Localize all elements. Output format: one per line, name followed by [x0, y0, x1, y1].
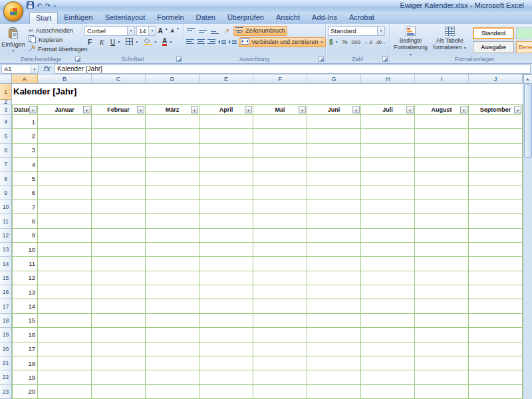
cell[interactable]	[415, 200, 469, 214]
cell[interactable]	[38, 385, 92, 399]
column-header-a[interactable]: A	[12, 74, 38, 84]
cell[interactable]	[307, 172, 361, 186]
cell[interactable]	[307, 200, 361, 214]
cell[interactable]	[361, 299, 415, 313]
decrease-indent-button[interactable]	[217, 37, 227, 47]
table-header-mrz[interactable]: März▼	[146, 104, 200, 115]
column-header-d[interactable]: D	[146, 74, 200, 84]
date-cell[interactable]: 10	[12, 243, 38, 257]
name-box[interactable]: A1 ▼	[1, 65, 39, 74]
cell[interactable]	[469, 356, 523, 370]
cell[interactable]	[469, 115, 523, 129]
align-middle-button[interactable]	[198, 26, 208, 36]
tab-einfgen[interactable]: Einfügen	[58, 12, 98, 23]
cell[interactable]	[361, 328, 415, 342]
cell[interactable]	[307, 314, 361, 328]
cell[interactable]	[92, 370, 146, 384]
cell[interactable]	[361, 115, 415, 129]
cell[interactable]	[307, 243, 361, 257]
vertical-scrollbar[interactable]: ▲	[523, 74, 532, 399]
filter-button[interactable]: ▼	[191, 106, 198, 114]
cell[interactable]	[200, 100, 253, 104]
style-standard[interactable]: Standard	[473, 27, 514, 39]
row-header-10[interactable]: 10	[0, 200, 12, 214]
cell[interactable]	[200, 370, 253, 384]
cell[interactable]	[253, 342, 307, 356]
cell[interactable]	[146, 115, 200, 129]
cell[interactable]	[307, 229, 361, 243]
date-cell[interactable]: 16	[12, 328, 38, 342]
grow-font-button[interactable]: A▲	[158, 26, 168, 36]
align-bottom-button[interactable]	[209, 26, 220, 36]
table-header-april[interactable]: April▼	[200, 104, 253, 115]
save-icon[interactable]	[27, 1, 34, 11]
cell[interactable]	[469, 257, 523, 271]
tab-ansicht[interactable]: Ansicht	[270, 12, 306, 23]
cell[interactable]	[307, 385, 361, 399]
copy-button[interactable]: Kopieren	[27, 35, 90, 44]
filter-button[interactable]: ▼	[29, 106, 37, 114]
font-size-combo[interactable]: 14 ▼	[136, 26, 156, 36]
cell[interactable]	[92, 115, 146, 129]
cell[interactable]	[92, 129, 146, 143]
cell[interactable]	[361, 370, 415, 384]
redo-icon[interactable]: ↷	[45, 2, 50, 10]
date-cell[interactable]: 11	[12, 257, 38, 271]
date-cell[interactable]: 12	[12, 271, 38, 285]
cell[interactable]	[146, 100, 200, 104]
cell[interactable]	[38, 214, 92, 228]
cell[interactable]	[200, 129, 253, 143]
cell[interactable]	[361, 229, 415, 243]
table-header-datum[interactable]: Datum▼	[12, 104, 38, 115]
cell[interactable]	[146, 285, 200, 299]
cell[interactable]	[200, 243, 253, 257]
wrap-text-button[interactable]: Zeilenumbruch	[233, 26, 287, 36]
scroll-up-button[interactable]: ▲	[523, 74, 532, 84]
cell[interactable]	[146, 84, 200, 100]
row-header-12[interactable]: 12	[0, 229, 12, 243]
cell[interactable]	[38, 285, 92, 299]
cell[interactable]	[415, 342, 469, 356]
align-left-button[interactable]	[186, 37, 195, 47]
column-header-j[interactable]: J	[469, 74, 523, 84]
cell[interactable]	[253, 328, 307, 342]
font-family-combo[interactable]: Corbel ▼	[84, 26, 135, 36]
cell[interactable]	[92, 271, 146, 285]
cell[interactable]	[200, 200, 253, 214]
align-top-button[interactable]	[186, 26, 196, 36]
bold-button[interactable]: F	[84, 37, 95, 47]
cell[interactable]	[415, 84, 469, 100]
paste-button[interactable]: Einfügen ▼	[2, 25, 25, 54]
align-right-button[interactable]	[207, 37, 216, 47]
style-gut[interactable]: Gut	[516, 27, 532, 39]
align-center-button[interactable]	[196, 37, 205, 47]
cell[interactable]	[200, 271, 253, 285]
cell[interactable]	[361, 243, 415, 257]
cell[interactable]	[12, 100, 38, 104]
cell[interactable]	[307, 186, 361, 200]
table-header-juni[interactable]: Juni▼	[307, 104, 361, 115]
cell[interactable]	[469, 342, 523, 356]
italic-button[interactable]: K	[96, 37, 107, 47]
cell[interactable]	[253, 229, 307, 243]
date-cell[interactable]: 6	[12, 186, 38, 200]
orientation-button[interactable]: ↗	[221, 26, 232, 36]
cell[interactable]	[146, 214, 200, 228]
date-cell[interactable]: 14	[12, 299, 38, 313]
filter-button[interactable]: ▼	[514, 106, 521, 114]
cell[interactable]	[307, 299, 361, 313]
cell[interactable]	[38, 299, 92, 313]
cell[interactable]	[361, 158, 415, 172]
cell[interactable]	[469, 328, 523, 342]
cell[interactable]	[307, 129, 361, 143]
date-cell[interactable]: 19	[12, 370, 38, 384]
cell[interactable]	[415, 385, 469, 399]
format-painter-button[interactable]: Format übertragen	[27, 45, 90, 53]
cell[interactable]	[200, 115, 253, 129]
filter-button[interactable]: ▼	[406, 106, 414, 114]
cell[interactable]	[146, 356, 200, 370]
cell[interactable]	[38, 257, 92, 271]
cell[interactable]	[415, 257, 469, 271]
tab-seitenlayout[interactable]: Seitenlayout	[99, 12, 152, 23]
cell[interactable]	[38, 328, 92, 342]
